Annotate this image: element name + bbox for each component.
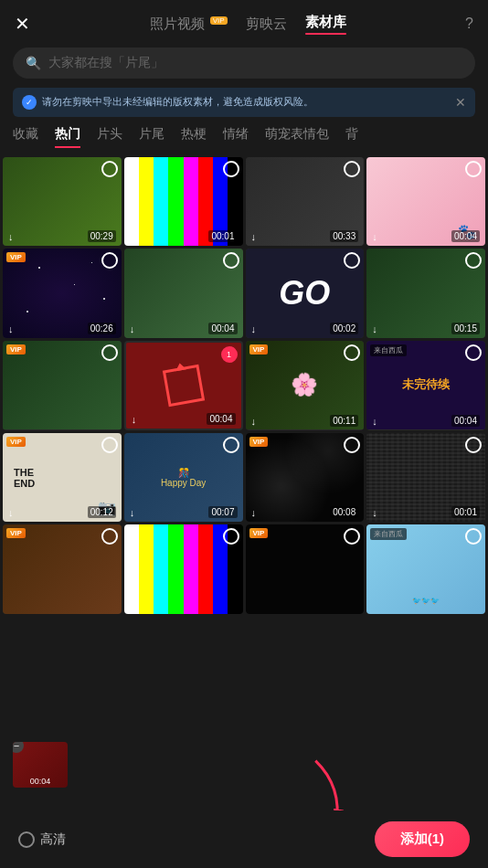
duration-label: 00:04 (207, 413, 235, 425)
select-circle[interactable]: 1 (221, 346, 238, 363)
select-circle[interactable] (465, 161, 482, 177)
header: ✕ 照片视频 VIP 剪映云 素材库 ? (0, 0, 488, 44)
go-text: GO (279, 274, 330, 312)
tab-materials[interactable]: 素材库 (305, 14, 346, 35)
select-circle[interactable] (344, 344, 360, 361)
grid-item-1[interactable]: ↓ 00:29 (3, 157, 122, 246)
notice-close-button[interactable]: ✕ (455, 95, 466, 110)
from-label: 来自西瓜 (370, 344, 407, 356)
duration-label: 00:15 (451, 323, 480, 334)
duration-label: 00:01 (451, 506, 480, 518)
select-circle[interactable] (101, 161, 118, 177)
shield-icon: ✓ (22, 95, 37, 110)
grid-item-2[interactable]: ↓ 00:01 (124, 157, 243, 246)
download-icon: ↓ (251, 416, 257, 427)
grid-item-20[interactable]: 🐦🐦🐦 来自西瓜 (366, 524, 485, 613)
vip-label: VIP (249, 528, 269, 538)
media-grid: ↓ 00:29 ↓ 00:01 ↓ 00:33 🐾 (0, 157, 488, 614)
category-meme[interactable]: 热梗 (181, 126, 207, 148)
vip-label: VIP (6, 252, 26, 262)
select-circle[interactable] (101, 528, 118, 545)
grid-item-17[interactable]: VIP (3, 524, 122, 613)
download-icon: ↓ (130, 323, 135, 334)
grid-item-14[interactable]: 🎊Happy Day ↓ 00:07 (124, 433, 243, 522)
grid-item-9[interactable]: VIP (3, 341, 122, 430)
notice-content: ✓ 请勿在剪映中导出未经编辑的版权素材，避免造成版权风险。 (22, 95, 448, 110)
select-circle[interactable] (101, 344, 118, 361)
download-icon: ↓ (251, 231, 257, 242)
vip-label: VIP (249, 437, 269, 447)
duration-label: 00:04 (451, 230, 480, 242)
duration-label: 00:29 (88, 230, 116, 242)
grid-item-4[interactable]: 🐾 ↓ 00:04 (366, 157, 485, 246)
notice-text: 请勿在剪映中导出未经编辑的版权素材，避免造成版权风险。 (42, 95, 313, 109)
grid-item-18[interactable] (124, 524, 243, 613)
grid-item-19[interactable]: VIP (246, 524, 365, 613)
grid-item-3[interactable]: ↓ 00:33 (246, 157, 365, 246)
grid-item-15[interactable]: VIP ↓ 00:08 (246, 433, 365, 522)
preview-duration: 00:04 (30, 777, 51, 786)
grid-item-16[interactable]: ↓ 00:01 (366, 433, 485, 522)
tab-photos[interactable]: 照片视频 VIP (150, 16, 228, 33)
search-hint: 大家都在搜「片尾」 (48, 55, 164, 71)
add-button[interactable]: 添加(1) (375, 821, 470, 857)
hd-circle[interactable] (18, 831, 35, 848)
vip-label: VIP (249, 344, 269, 355)
duration-label: 00:02 (330, 323, 358, 334)
search-bar[interactable]: 🔍 大家都在搜「片尾」 (13, 48, 475, 79)
notice-bar: ✓ 请勿在剪映中导出未经编辑的版权素材，避免造成版权风险。 ✕ (13, 88, 475, 117)
vip-label: VIP (6, 344, 26, 355)
the-end-line2: END (14, 478, 35, 489)
category-mood[interactable]: 情绪 (223, 126, 249, 148)
category-collect[interactable]: 收藏 (13, 126, 38, 148)
category-open[interactable]: 片头 (97, 126, 122, 148)
select-circle[interactable] (223, 528, 239, 545)
the-end-line1: THE (14, 467, 34, 478)
grid-item-10[interactable]: ↓ 00:04 1 (124, 341, 243, 430)
hd-toggle[interactable]: 高清 (18, 831, 66, 848)
grid-item-6[interactable]: ↓ 00:04 (124, 249, 243, 337)
bottom-preview: － 00:04 (0, 735, 488, 795)
grid-item-11[interactable]: 🌸 VIP ↓ 00:11 (246, 341, 365, 430)
select-circle[interactable] (101, 252, 118, 269)
duration-label: 00:04 (451, 415, 480, 427)
vip-label: VIP (6, 437, 26, 447)
select-circle[interactable] (223, 437, 239, 453)
select-circle[interactable] (465, 344, 482, 361)
duration-label: 00:12 (88, 506, 116, 518)
grid-item-7[interactable]: GO ↓ 00:02 (246, 249, 365, 337)
category-end[interactable]: 片尾 (139, 126, 164, 148)
duration-label: 00:08 (330, 506, 358, 518)
download-icon: ↓ (372, 231, 377, 242)
download-icon: ↓ (251, 507, 257, 518)
preview-thumbnail[interactable]: － 00:04 (13, 742, 68, 788)
grid-item-5[interactable]: VIP ↓ 00:26 (3, 249, 122, 337)
duration-label: 00:07 (208, 506, 237, 518)
header-tabs: 照片视频 VIP 剪映云 素材库 (150, 14, 346, 35)
weiwandaixu-text: 未完待续 (398, 373, 453, 397)
bottom-bar: 高清 添加(1) (0, 810, 488, 868)
duration-label: 00:11 (330, 415, 358, 427)
vip-label: VIP (6, 528, 26, 538)
download-icon: ↓ (8, 323, 14, 334)
select-circle[interactable] (223, 161, 239, 177)
duration-label: 00:01 (208, 230, 237, 242)
select-circle[interactable] (223, 252, 239, 269)
grid-item-12[interactable]: 未完待续 来自西瓜 ↓ 00:04 (366, 341, 485, 430)
tab-cloud[interactable]: 剪映云 (246, 16, 287, 33)
download-icon: ↓ (8, 507, 14, 518)
category-bg[interactable]: 背 (345, 126, 358, 148)
help-icon[interactable]: ? (465, 16, 473, 32)
category-tabs: 收藏 热门 片头 片尾 热梗 情绪 萌宠表情包 背 (0, 126, 488, 148)
grid-item-13[interactable]: THE END 📷 VIP ↓ 00:12 (3, 433, 122, 522)
duration-label: 00:33 (330, 230, 358, 242)
close-button[interactable]: ✕ (15, 13, 30, 35)
duration-label: 00:04 (208, 323, 237, 334)
download-icon: ↓ (372, 416, 377, 427)
category-hot[interactable]: 热门 (55, 126, 80, 148)
category-pet[interactable]: 萌宠表情包 (265, 126, 329, 148)
download-icon: ↓ (372, 507, 377, 518)
select-circle[interactable] (101, 437, 118, 453)
select-circle[interactable] (465, 437, 482, 453)
grid-item-8[interactable]: ↓ 00:15 (366, 249, 485, 337)
